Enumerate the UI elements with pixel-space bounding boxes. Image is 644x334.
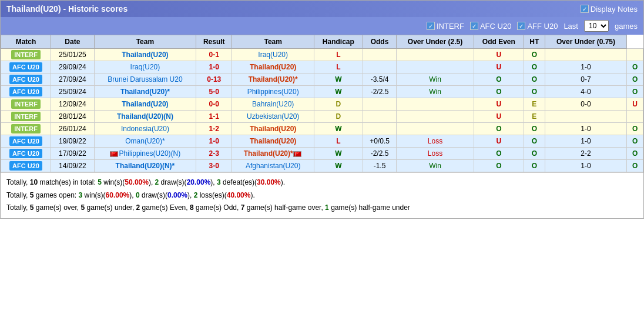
team2-name[interactable]: Thailand(U20)*: [244, 149, 293, 158]
date-cell: 29/09/24: [51, 61, 95, 74]
ou075-cell: O: [627, 61, 643, 74]
team2-name[interactable]: Uzbekistan(U20): [247, 112, 299, 121]
wdl-cell: D: [314, 98, 363, 111]
summary-draws-pct: 20.00%: [187, 178, 211, 186]
ou075-value: U: [632, 100, 638, 108]
games-select[interactable]: 10 20 30: [584, 20, 609, 32]
handicap-cell: -1.5: [363, 160, 397, 172]
col-team1: Team: [94, 35, 196, 49]
ou25-value: O: [496, 75, 501, 84]
wdl-value: W: [335, 149, 341, 158]
display-notes-checkbox[interactable]: ✓ Display Notes: [581, 5, 638, 14]
ou075-cell: O: [627, 86, 643, 98]
sl3e: game(s) Odd,: [194, 203, 241, 212]
date-cell: 27/09/24: [51, 74, 95, 86]
odds-value-cell: [397, 123, 474, 135]
team1-name[interactable]: Thailand(U20): [122, 100, 168, 108]
summary-defeats-pct: 30.00%: [257, 178, 281, 186]
team1-cell: Thailand(U20)(N)*: [94, 160, 196, 172]
col-ht: HT: [524, 35, 545, 49]
team2-name[interactable]: Thailand(U20)*: [249, 75, 298, 84]
ou075-value: O: [632, 162, 638, 170]
table-row: AFC U20 17/09/22 🚩Philippines(U20)(N) 2-…: [1, 148, 643, 160]
summary-line1-prefix: Totally,: [6, 178, 30, 186]
team2-name[interactable]: Thailand(U20): [250, 63, 296, 71]
last-label: Last: [564, 22, 578, 31]
date-cell: 28/01/24: [51, 111, 95, 123]
score-value: 5-0: [209, 88, 219, 96]
team1-name[interactable]: Thailand(U20)(N)*: [116, 162, 175, 170]
match-type-badge: AFC U20: [9, 149, 42, 158]
match-type-badge: AFC U20: [9, 136, 42, 146]
oe-cell: O: [524, 160, 545, 172]
oe-value: O: [532, 149, 537, 158]
odds-cell: Win: [429, 162, 441, 170]
oe-cell: O: [524, 86, 545, 98]
summary-line1: Totally, 10 match(es) in total: 5 win(s)…: [6, 176, 638, 189]
team1-name[interactable]: Thailand(U20): [122, 51, 168, 59]
ht-cell: 4-0: [545, 86, 627, 98]
team1-name[interactable]: Thailand(U20)(N): [117, 112, 173, 121]
sl1d: ),: [210, 178, 217, 186]
interf-filter[interactable]: ✓ INTERF: [427, 22, 464, 31]
main-container: Thailand(U20) - Historic scores ✓ Displa…: [0, 0, 644, 219]
ou25-value: U: [496, 112, 501, 121]
handicap-cell: -2/2.5: [363, 148, 397, 160]
team1-cell: Thailand(U20): [94, 98, 196, 111]
afc-u20-label: AFC U20: [480, 22, 511, 31]
ou25-cell: U: [474, 111, 524, 123]
team1-name[interactable]: Thailand(U20)*: [120, 88, 170, 96]
ou075-cell: O: [627, 148, 643, 160]
sl1f: ).: [281, 178, 285, 186]
ou25-cell: O: [474, 123, 524, 135]
summary-open-draws-pct: 0.00%: [167, 191, 187, 199]
oe-value: O: [532, 63, 537, 71]
odds-cell: Loss: [428, 149, 442, 158]
ht-cell: 0-0: [545, 98, 627, 111]
col-result: Result: [196, 35, 232, 49]
wdl-value: W: [335, 88, 341, 96]
summary-open-draws: 0: [136, 191, 140, 199]
flag-icon: 🚩: [293, 151, 301, 157]
table-row: INTERF 28/01/24 Thailand(U20)(N) 1-1 Uzb…: [1, 111, 643, 123]
score-cell: 0-1: [196, 49, 232, 61]
odds-cell: Win: [429, 75, 441, 84]
aff-u20-filter[interactable]: ✓ AFF U20: [517, 22, 558, 31]
team1-cell: Iraq(U20): [94, 61, 196, 74]
interf-label: INTERF: [437, 22, 464, 31]
team2-name[interactable]: Thailand(U20): [250, 137, 296, 145]
team2-name[interactable]: Iraq(U20): [258, 51, 288, 59]
afc-u20-filter[interactable]: ✓ AFC U20: [470, 22, 511, 31]
wdl-value: L: [336, 137, 340, 145]
team1-name[interactable]: Iraq(U20): [130, 63, 160, 71]
team2-cell: Thailand(U20): [232, 123, 314, 135]
sl2f: loss(es)(: [197, 191, 226, 199]
table-row: INTERF 12/09/24 Thailand(U20) 0-0 Bahrai…: [1, 98, 643, 111]
ou075-cell: O: [627, 135, 643, 148]
ht-cell: 0-7: [545, 74, 627, 86]
team2-name[interactable]: Afghanistan(U20): [246, 162, 300, 170]
sl2e: ),: [187, 191, 194, 199]
oe-value: O: [532, 51, 537, 59]
table-row: AFC U20 19/09/22 Oman(U20)* 1-0 Thailand…: [1, 135, 643, 148]
team1-name[interactable]: Indonesia(U20): [121, 125, 169, 133]
ou25-value: U: [496, 51, 501, 59]
team1-cell: Indonesia(U20): [94, 123, 196, 135]
team1-name[interactable]: Brunei Darussalam U20: [108, 75, 182, 84]
sl3g: game(s) half-game under: [329, 203, 410, 212]
team1-cell: Thailand(U20)(N): [94, 111, 196, 123]
team2-cell: Iraq(U20): [232, 49, 314, 61]
match-type-badge: INTERF: [11, 50, 41, 59]
ou25-value: O: [496, 149, 501, 158]
team2-cell: Thailand(U20)*: [232, 74, 314, 86]
team2-name[interactable]: Philippines(U20): [247, 88, 299, 96]
team2-name[interactable]: Bahrain(U20): [252, 100, 294, 108]
team2-name[interactable]: Thailand(U20): [250, 125, 296, 133]
team2-cell: Thailand(U20)*🚩: [232, 148, 314, 160]
team1-name[interactable]: Philippines(U20)(N): [119, 149, 181, 158]
oe-value: E: [532, 112, 536, 121]
odds-value-cell: Win: [397, 74, 474, 86]
team1-name[interactable]: Oman(U20)*: [125, 137, 165, 145]
ou075-value: O: [632, 137, 638, 145]
date-cell: 25/09/24: [51, 86, 95, 98]
